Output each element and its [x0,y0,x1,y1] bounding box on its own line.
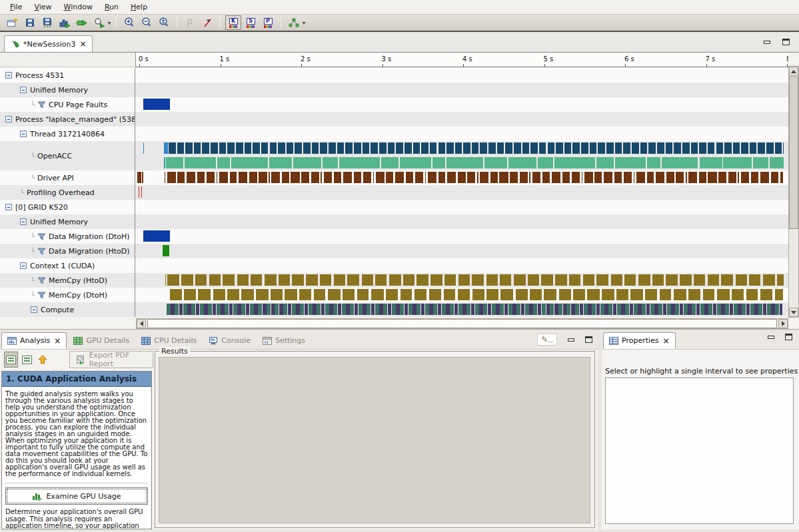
minimize-icon[interactable] [768,336,774,339]
timeline-interval[interactable] [514,142,520,154]
timeline-interval[interactable] [587,289,600,300]
timeline-interval[interactable] [721,274,733,286]
timeline-interval[interactable] [652,274,664,286]
timeline-interval[interactable] [541,274,553,286]
timeline-interval[interactable] [429,289,441,300]
timeline-interval[interactable] [143,230,170,242]
timeline-interval[interactable] [640,142,647,154]
timeline-interval[interactable] [680,304,684,315]
timeline-interval[interactable] [645,289,657,300]
timeline-interval[interactable] [269,172,270,183]
timeline-interval[interactable] [505,142,512,154]
timeline-interval[interactable] [730,304,734,315]
timeline-interval[interactable] [447,172,456,183]
timeline-interval[interactable] [472,274,484,286]
timeline-interval[interactable] [466,304,470,315]
timeline-interval[interactable] [522,142,530,154]
timeline-interval[interactable] [546,304,550,315]
maximize-icon[interactable] [782,39,790,45]
timeline-interval[interactable] [647,157,660,168]
timeline-interval[interactable] [479,304,483,315]
timeline-interval[interactable] [217,172,218,183]
timeline-interval[interactable] [444,289,456,300]
tree-row-unified-memory-gpu[interactable]: Unified Memory [0,214,135,229]
timeline-interval[interactable] [703,289,715,300]
timeline-interval[interactable] [694,274,705,286]
timeline-interval[interactable] [584,304,588,315]
timeline-interval[interactable] [538,157,553,168]
menu-view[interactable]: View [28,1,57,13]
timeline-interval[interactable] [400,157,430,168]
timeline-interval[interactable] [611,274,622,286]
timeline-interval[interactable] [416,304,420,315]
timeline-interval[interactable] [648,142,656,154]
timeline-interval[interactable] [650,304,654,315]
timeline-interval[interactable] [249,172,257,183]
timeline-interval[interactable] [596,157,614,168]
maximize-icon[interactable] [785,334,792,340]
new-session-button[interactable] [5,15,21,30]
timeline-interval[interactable] [139,186,140,198]
next-marker-button[interactable] [199,15,215,30]
timeline-interval[interactable] [533,304,537,315]
timeline-ruler[interactable]: 0 s1 s2 s3 s4 s5 s6 s7 s8 [136,53,788,67]
timeline-interval[interactable] [723,157,752,168]
timeline-interval[interactable] [588,304,592,315]
timeline-interval[interactable] [732,289,744,300]
timeline-interval[interactable] [638,274,650,286]
menu-help[interactable]: Help [125,1,153,13]
timeline-interval[interactable] [700,157,722,168]
timeline-interval[interactable] [766,142,773,154]
timeline-interval[interactable] [261,142,268,154]
timeline-interval[interactable] [233,304,237,315]
timeline-interval[interactable] [516,304,520,315]
timeline-interval[interactable] [463,142,470,154]
timeline-interval[interactable] [200,304,204,315]
timeline-interval[interactable] [598,142,605,154]
timeline-interval[interactable] [433,304,437,315]
timeline-interval[interactable] [324,172,333,183]
timeline-interval[interactable] [662,157,698,168]
timeline-interval[interactable] [458,274,470,286]
timeline-interval[interactable] [708,172,716,183]
timeline-interval[interactable] [239,172,247,183]
timeline-interval[interactable] [783,142,784,154]
timeline-interval[interactable] [204,304,208,315]
timeline-interval[interactable] [438,142,445,154]
timeline-interval[interactable] [392,304,396,315]
timeline-interval[interactable] [614,172,622,183]
timeline-interval[interactable] [657,142,664,154]
timeline-interval[interactable] [569,274,580,286]
timeline-interval[interactable] [763,274,775,286]
timeline-interval[interactable] [642,304,646,315]
timeline-interval[interactable] [217,304,221,315]
timeline-interval[interactable] [143,142,145,154]
timeline-interval[interactable] [563,304,567,315]
timeline-interval[interactable] [571,304,575,315]
timeline-interval[interactable] [573,289,585,300]
timeline-interval[interactable] [376,172,385,183]
timeline-interval[interactable] [688,289,700,300]
timeline-interval[interactable] [624,172,632,183]
timeline-interval[interactable] [254,304,258,315]
timeline-interval[interactable] [428,172,436,183]
unguided-analysis-button[interactable] [20,352,34,368]
timeline-interval[interactable] [305,304,309,315]
timeline-interval[interactable] [504,304,508,315]
timeline-interval[interactable] [400,289,412,300]
timeline-interval[interactable] [500,304,504,315]
timeline-interval[interactable] [403,274,414,286]
timeline-interval[interactable] [647,172,654,183]
timeline-interval[interactable] [269,157,292,168]
timeline-interval[interactable] [625,304,629,315]
timeline-interval[interactable] [185,142,192,154]
save-all-button[interactable] [39,15,55,30]
timeline-interval[interactable] [484,157,507,168]
collapse-toggle-icon[interactable] [5,116,12,123]
process-coloring-button[interactable]: P [260,15,276,30]
scroll-right-button[interactable] [778,319,788,328]
profile-application-button[interactable] [57,15,73,30]
timeline-interval[interactable] [251,274,263,286]
timeline-interval[interactable] [279,304,283,315]
timeline-interval[interactable] [454,304,458,315]
